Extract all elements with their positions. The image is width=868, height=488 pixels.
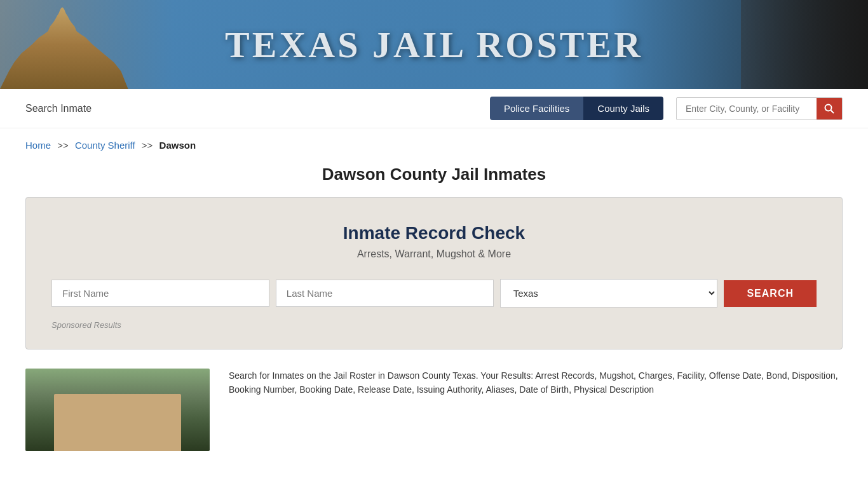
breadcrumb: Home >> County Sheriff >> Dawson bbox=[0, 128, 868, 156]
county-jails-button[interactable]: County Jails bbox=[583, 97, 663, 120]
breadcrumb-home[interactable]: Home bbox=[25, 140, 51, 151]
nav-facility-buttons: Police Facilities County Jails bbox=[490, 97, 663, 120]
keys-image bbox=[741, 0, 868, 89]
last-name-input[interactable] bbox=[276, 280, 494, 307]
nav-search-button[interactable] bbox=[817, 98, 842, 119]
header-banner: Texas Jail Roster bbox=[0, 0, 868, 89]
search-submit-button[interactable]: SEARCH bbox=[724, 280, 817, 307]
search-fields: AlabamaAlaskaArizonaArkansasCaliforniaCo… bbox=[51, 279, 817, 308]
search-icon bbox=[824, 104, 834, 114]
bottom-content: Search for Inmates on the Jail Roster in… bbox=[0, 369, 868, 451]
inmate-record-check-section: Inmate Record Check Arrests, Warrant, Mu… bbox=[25, 197, 843, 349]
nav-bar: Search Inmate Police Facilities County J… bbox=[0, 89, 868, 128]
breadcrumb-sep-1: >> bbox=[57, 140, 69, 151]
svg-point-0 bbox=[825, 104, 832, 111]
svg-line-1 bbox=[831, 110, 834, 113]
nav-search-input[interactable] bbox=[677, 98, 817, 119]
breadcrumb-county-sheriff[interactable]: County Sheriff bbox=[75, 140, 135, 151]
sponsored-label: Sponsored Results bbox=[51, 320, 817, 330]
page-title: Dawson County Jail Inmates bbox=[0, 156, 868, 197]
first-name-input[interactable] bbox=[51, 280, 269, 307]
breadcrumb-sep-2: >> bbox=[142, 140, 153, 151]
bottom-description: Search for Inmates on the Jail Roster in… bbox=[229, 369, 843, 451]
breadcrumb-current: Dawson bbox=[159, 140, 196, 151]
record-check-title: Inmate Record Check bbox=[51, 223, 817, 243]
nav-search-wrapper bbox=[676, 97, 843, 120]
record-check-subtitle: Arrests, Warrant, Mugshot & More bbox=[51, 248, 817, 260]
police-facilities-button[interactable]: Police Facilities bbox=[490, 97, 583, 120]
site-title: Texas Jail Roster bbox=[225, 24, 643, 66]
state-select[interactable]: AlabamaAlaskaArizonaArkansasCaliforniaCo… bbox=[500, 279, 718, 308]
building-shape bbox=[54, 394, 181, 451]
nav-search-label: Search Inmate bbox=[25, 103, 92, 114]
facility-image bbox=[25, 369, 210, 451]
